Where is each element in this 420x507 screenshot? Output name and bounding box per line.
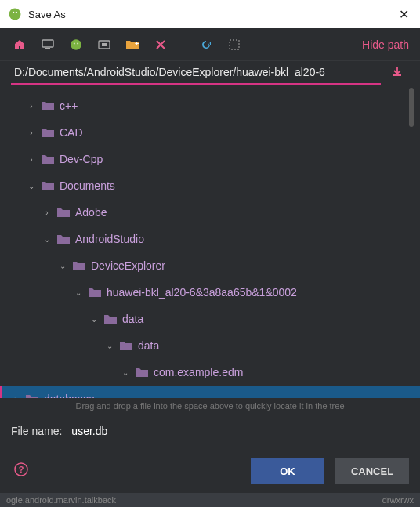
home-icon[interactable] (11, 36, 28, 53)
svg-point-0 (9, 9, 21, 20)
chevron-right-icon[interactable]: › (27, 102, 36, 110)
window-title: Save As (28, 9, 66, 20)
file-name-input[interactable] (68, 422, 409, 440)
file-name-label: File name: (11, 425, 62, 437)
app-icon (8, 7, 22, 21)
tree-item-label: Dev-Cpp (60, 153, 103, 165)
folder-icon (41, 154, 55, 165)
background-strip: ogle.android.marvin.talkback drwxrwx (0, 493, 420, 507)
tree-item[interactable]: ›databases (11, 386, 420, 398)
delete-icon[interactable] (152, 36, 169, 53)
folder-icon (56, 234, 71, 244)
tree-item-label: huawei-bkl_al20-6&3a8aa65b&1&0002 (107, 286, 297, 299)
chevron-right-icon[interactable]: › (27, 155, 36, 164)
chevron-down-icon[interactable]: ⌄ (42, 235, 52, 244)
tree-item-label: databases (44, 393, 95, 398)
tree-item-label: data (122, 313, 143, 325)
button-row: ? OK CANCEL (0, 448, 420, 494)
bg-right-text: drwxrwx (382, 495, 414, 505)
desktop-icon[interactable] (39, 36, 56, 53)
drag-hint: Drag and drop a file into the space abov… (0, 398, 420, 414)
folder-icon (41, 180, 55, 191)
tree-item-label: data (138, 339, 159, 352)
tree-item[interactable]: ⌄data (11, 332, 420, 359)
tree-item[interactable]: ⌄AndroidStudio (11, 226, 420, 252)
chevron-right-icon[interactable]: › (42, 208, 52, 217)
close-icon[interactable]: ✕ (396, 7, 412, 22)
tree-item[interactable]: ›Dev-Cpp (11, 146, 420, 172)
show-hidden-icon[interactable] (226, 36, 243, 53)
chevron-down-icon[interactable]: ⌄ (121, 368, 130, 377)
tree-item-label: AndroidStudio (75, 233, 144, 245)
svg-point-4 (74, 42, 75, 44)
folder-icon (72, 260, 86, 271)
folder-icon (25, 393, 39, 398)
project-icon[interactable] (67, 36, 85, 53)
module-icon[interactable] (96, 36, 113, 53)
help-icon[interactable]: ? (14, 462, 28, 480)
hide-path-link[interactable]: Hide path (362, 38, 409, 51)
svg-rect-1 (42, 40, 53, 47)
download-icon[interactable] (392, 66, 403, 80)
chevron-right-icon[interactable]: › (27, 129, 36, 137)
svg-text:+: + (135, 40, 139, 48)
chevron-right-icon[interactable]: › (11, 395, 20, 399)
tree-item[interactable]: ›Adobe (11, 199, 420, 226)
folder-icon (41, 127, 55, 138)
tree-item-label: CAD (60, 126, 83, 139)
tree-item-label: Adobe (75, 206, 107, 219)
chevron-down-icon[interactable]: ⌄ (105, 342, 114, 350)
folder-icon (119, 340, 133, 351)
tree-item-label: c++ (60, 100, 78, 112)
chevron-down-icon[interactable]: ⌄ (58, 262, 67, 270)
tree-item-label: Documents (60, 179, 115, 192)
file-name-row: File name: (0, 414, 420, 448)
folder-icon (88, 287, 102, 298)
tree-item[interactable]: ⌄com.example.edm (11, 359, 420, 386)
folder-icon (41, 100, 55, 111)
tree-item[interactable]: ⌄data (11, 306, 420, 332)
svg-text:?: ? (19, 465, 24, 474)
chevron-down-icon[interactable]: ⌄ (89, 315, 99, 324)
folder-icon (103, 313, 118, 324)
path-row (0, 61, 420, 85)
toolbar: + Hide path (0, 28, 420, 61)
svg-point-3 (71, 39, 81, 50)
titlebar: Save As ✕ (0, 0, 420, 28)
bg-left-text: ogle.android.marvin.talkback (6, 495, 116, 505)
folder-icon (56, 207, 71, 218)
cancel-button[interactable]: CANCEL (335, 458, 409, 484)
tree-item[interactable]: ›CAD (11, 119, 420, 146)
svg-rect-9 (230, 40, 239, 49)
tree-item-label: com.example.edm (154, 366, 243, 378)
scrollbar[interactable] (409, 88, 414, 127)
path-input[interactable] (11, 61, 381, 85)
folder-icon (135, 367, 149, 378)
refresh-icon[interactable] (197, 36, 215, 53)
file-tree: ›c++›CAD›Dev-Cpp⌄Documents›Adobe⌄Android… (0, 85, 420, 398)
chevron-down-icon[interactable]: ⌄ (27, 182, 36, 190)
chevron-down-icon[interactable]: ⌄ (74, 288, 83, 297)
svg-rect-2 (45, 48, 50, 49)
tree-item[interactable]: ⌄huawei-bkl_al20-6&3a8aa65b&1&0002 (11, 279, 420, 306)
svg-point-5 (77, 42, 78, 44)
new-folder-icon[interactable]: + (124, 36, 141, 53)
tree-item[interactable]: ⌄Documents (11, 172, 420, 199)
svg-rect-7 (102, 43, 107, 46)
tree-item-label: DeviceExplorer (91, 259, 165, 272)
tree-item[interactable]: ›c++ (11, 92, 420, 119)
ok-button[interactable]: OK (251, 458, 324, 484)
tree-item[interactable]: ⌄DeviceExplorer (11, 252, 420, 279)
